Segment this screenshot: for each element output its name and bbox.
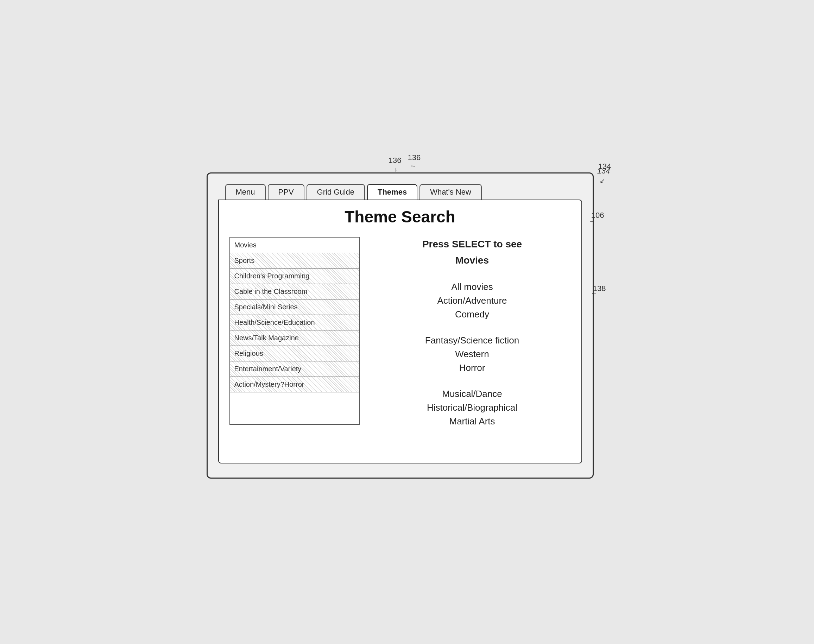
tab-menu[interactable]: Menu <box>225 184 266 199</box>
press-select-text: Press SELECT to see <box>374 237 571 251</box>
info-item-martial-arts: Martial Arts <box>374 414 571 428</box>
info-section-1: All movies Action/Adventure Comedy <box>374 280 571 321</box>
annotation-136-arrow: ↓ <box>409 164 417 169</box>
inner-panel: 106 ← Theme Search Movies Sports Childre… <box>218 199 582 463</box>
info-item-fantasy: Fantasy/Science fiction <box>374 334 571 347</box>
list-item-childrens[interactable]: Children's Programming <box>230 268 359 284</box>
annotation-136: 136 <box>408 153 421 162</box>
outer-frame: 134 ↙ 136 ↓ Menu PPV Grid Guide Themes W… <box>207 172 594 478</box>
label-136-text: 136 <box>388 156 402 165</box>
category-list: Movies Sports Children's Programming Cab… <box>230 237 360 425</box>
info-panel: 138 ← Press SELECT to see Movies All mov… <box>374 237 571 441</box>
tab-themes[interactable]: Themes <box>367 184 417 199</box>
tab-ppv[interactable]: PPV <box>268 184 304 199</box>
tabs-row: Menu PPV Grid Guide Themes What's New <box>218 184 582 199</box>
list-item-entertainment[interactable]: Entertainment/Variety <box>230 362 359 377</box>
list-item-action-mystery[interactable]: Action/Mystery?Horror <box>230 377 359 393</box>
panel-title: Theme Search <box>230 207 571 226</box>
label-138-arrow: ← <box>591 289 597 298</box>
tab-whats-new[interactable]: What's New <box>420 184 482 199</box>
label-106-arrow: ← <box>589 218 595 225</box>
content-row: Movies Sports Children's Programming Cab… <box>230 237 571 441</box>
label-136-arrow-down: ↓ <box>394 166 397 173</box>
info-item-western: Western <box>374 347 571 361</box>
label-134-arrow: ↙ <box>600 177 605 185</box>
list-item-empty <box>230 393 359 424</box>
info-section-2: Fantasy/Science fiction Western Horror <box>374 334 571 375</box>
list-item-cable[interactable]: Cable in the Classroom <box>230 284 359 299</box>
info-item-comedy: Comedy <box>374 308 571 321</box>
info-item-historical: Historical/Biographical <box>374 401 571 414</box>
info-item-all-movies: All movies <box>374 280 571 294</box>
list-item-movies[interactable]: Movies <box>230 238 359 253</box>
info-item-action-adventure: Action/Adventure <box>374 294 571 308</box>
list-item-news[interactable]: News/Talk Magazine <box>230 330 359 346</box>
info-section-3: Musical/Dance Historical/Biographical Ma… <box>374 387 571 428</box>
tab-grid-guide[interactable]: Grid Guide <box>307 184 365 199</box>
info-prompt-section: Press SELECT to see Movies <box>374 237 571 268</box>
list-item-health[interactable]: Health/Science/Education <box>230 315 359 330</box>
info-item-horror: Horror <box>374 361 571 375</box>
label-134-text: 134 <box>597 166 610 176</box>
info-item-musical: Musical/Dance <box>374 387 571 401</box>
list-item-sports[interactable]: Sports <box>230 253 359 268</box>
list-item-religious[interactable]: Religious <box>230 346 359 362</box>
press-select-subject: Movies <box>374 253 571 268</box>
list-item-specials[interactable]: Specials/Mini Series <box>230 299 359 315</box>
